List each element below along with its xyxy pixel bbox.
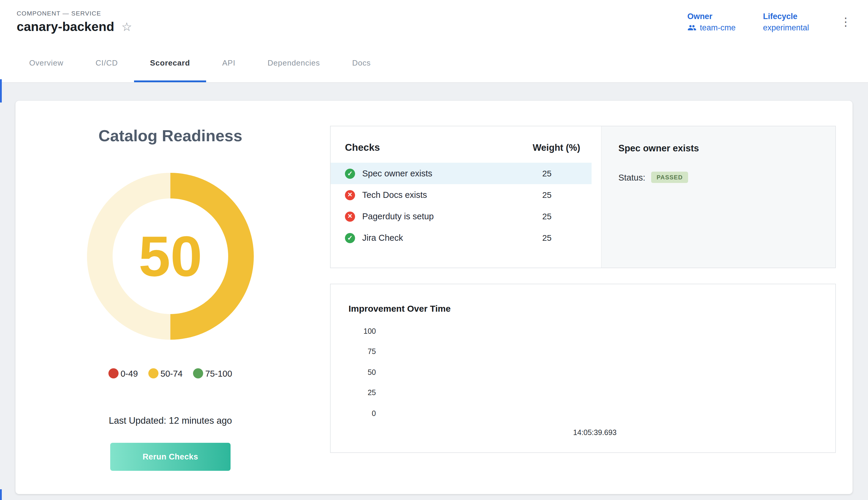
y-tick: 100: [363, 328, 376, 335]
score-legend: 0-49 50-74 75-100: [109, 368, 232, 378]
tab-cicd[interactable]: CI/CD: [80, 44, 134, 82]
check-name: Tech Docs exists: [362, 190, 502, 200]
check-weight: 25: [502, 169, 592, 178]
tab-api[interactable]: API: [206, 44, 251, 82]
entity-meta: Owner team-cme Lifecycle experimental ⋮: [687, 12, 855, 32]
legend-dot-red: [109, 368, 119, 378]
check-weight: 25: [502, 233, 592, 242]
weight-header-label: Weight (%): [512, 142, 601, 153]
check-passed-icon: [345, 233, 355, 243]
legend-label-mid: 50-74: [161, 368, 183, 378]
gauge-hole: 50: [113, 198, 228, 314]
owner-link[interactable]: team-cme: [700, 23, 736, 32]
checks-panel: Checks Weight (%) Spec owner exists 25 T…: [330, 126, 836, 268]
checks-header-label: Checks: [345, 142, 512, 153]
detail-status-row: Status: PASSED: [618, 172, 819, 183]
chart-title: Improvement Over Time: [348, 303, 814, 314]
chart-x-axis: 14:05:39.693: [348, 427, 814, 438]
legend-item-mid: 50-74: [149, 368, 183, 378]
score-value: 50: [139, 228, 202, 285]
check-passed-icon: [345, 168, 355, 179]
chart-y-axis: 100 75 50 25 0: [348, 328, 376, 417]
check-row-tech-docs[interactable]: Tech Docs exists 25: [331, 184, 592, 206]
legend-dot-yellow: [149, 368, 159, 378]
owner-label: Owner: [687, 12, 736, 21]
status-label: Status:: [618, 172, 645, 182]
left-accent-bar-bottom: [0, 489, 2, 500]
readiness-gauge: 50: [87, 173, 254, 340]
tab-bar: Overview CI/CD Scorecard API Dependencie…: [0, 44, 868, 83]
scorecard-title: Catalog Readiness: [98, 127, 242, 145]
star-icon[interactable]: ☆: [121, 21, 132, 33]
breadcrumb: COMPONENT — SERVICE: [17, 9, 132, 16]
legend-item-high: 75-100: [193, 368, 232, 378]
chart-area: 100 75 50 25 0: [348, 328, 814, 417]
tab-docs[interactable]: Docs: [336, 44, 387, 82]
lifecycle-block: Lifecycle experimental: [763, 12, 809, 32]
tab-scorecard[interactable]: Scorecard: [134, 44, 206, 82]
legend-dot-green: [193, 368, 204, 378]
check-weight: 25: [502, 212, 592, 221]
check-failed-icon: [345, 190, 355, 200]
entity-heading: COMPONENT — SERVICE canary-backend ☆: [17, 9, 132, 34]
rerun-checks-button[interactable]: Rerun Checks: [110, 443, 231, 471]
check-row-pagerduty[interactable]: Pagerduty is setup 25: [331, 206, 592, 227]
lifecycle-value: experimental: [763, 23, 809, 32]
chart-plot: [376, 328, 814, 417]
check-row-spec-owner[interactable]: Spec owner exists 25: [331, 163, 592, 184]
kebab-menu-icon[interactable]: ⋮: [836, 15, 855, 29]
legend-label-high: 75-100: [205, 368, 232, 378]
scorecard-card: Catalog Readiness 50 0-49 50-74: [15, 101, 853, 494]
y-tick: 50: [368, 369, 376, 376]
tab-dependencies[interactable]: Dependencies: [251, 44, 336, 82]
detail-title: Spec owner exists: [618, 143, 819, 154]
check-name: Jira Check: [362, 233, 502, 242]
y-tick: 0: [372, 410, 376, 417]
checks-table: Checks Weight (%) Spec owner exists 25 T…: [331, 126, 601, 268]
x-tick: 14:05:39.693: [573, 429, 617, 437]
status-badge: PASSED: [651, 172, 688, 183]
check-detail-panel: Spec owner exists Status: PASSED: [601, 126, 835, 268]
check-failed-icon: [345, 211, 355, 221]
legend-label-low: 0-49: [120, 368, 138, 378]
left-accent-bar-top: [0, 79, 2, 102]
y-tick: 75: [368, 348, 376, 356]
owner-block: Owner team-cme: [687, 12, 736, 32]
last-updated-text: Last Updated: 12 minutes ago: [109, 416, 232, 426]
legend-item-low: 0-49: [109, 368, 138, 378]
people-icon: [687, 23, 696, 32]
main-content: Catalog Readiness 50 0-49 50-74: [0, 83, 868, 494]
check-name: Pagerduty is setup: [362, 212, 502, 221]
y-tick: 25: [368, 389, 376, 397]
app-root: COMPONENT — SERVICE canary-backend ☆ Own…: [0, 0, 868, 500]
checks-table-header: Checks Weight (%): [331, 126, 601, 163]
gauge-column: Catalog Readiness 50 0-49 50-74: [36, 126, 305, 494]
improvement-chart-panel: Improvement Over Time 100 75 50 25 0: [330, 284, 836, 453]
check-weight: 25: [502, 190, 592, 200]
lifecycle-label: Lifecycle: [763, 12, 809, 21]
checks-column: Checks Weight (%) Spec owner exists 25 T…: [330, 126, 836, 494]
tab-overview[interactable]: Overview: [13, 44, 80, 82]
page-header: COMPONENT — SERVICE canary-backend ☆ Own…: [0, 0, 868, 44]
check-name: Spec owner exists: [362, 169, 502, 178]
page-title: canary-backend: [17, 19, 114, 34]
check-row-jira[interactable]: Jira Check 25: [331, 227, 592, 249]
